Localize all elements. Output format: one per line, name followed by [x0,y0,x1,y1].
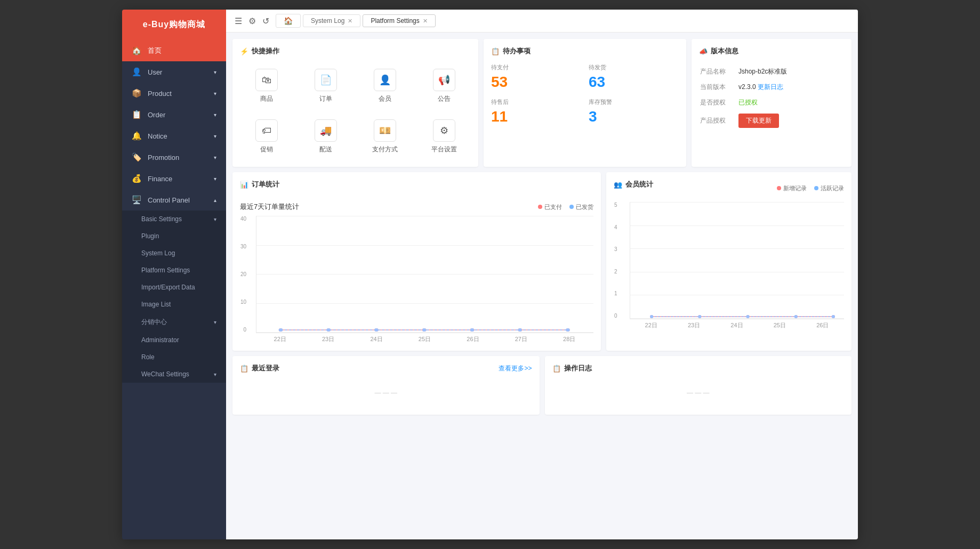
order-icon: 📋 [132,110,142,119]
sidebar-item-finance[interactable]: 💰 Finance ▾ [122,168,226,189]
subnav-import-export[interactable]: Import/Export Data [122,279,226,296]
import-export-label: Import/Export Data [141,284,195,291]
download-update-button[interactable]: 下载更新 [738,114,779,128]
quick-actions-grid: 🛍 商品 📄 订单 👤 会员 [240,63,471,159]
distribution-arrow: ▾ [214,319,216,325]
sidebar-product-label: Product [148,90,214,98]
quick-item-member[interactable]: 👤 会员 [358,63,412,109]
administrator-label: Administrator [141,336,179,344]
quick-item-promotion[interactable]: 🏷 促销 [240,114,294,159]
member-y-labels: 5 4 3 2 1 0 [614,202,617,319]
sidebar: e-Buy购物商城 🏠 首页 👤 User ▾ 📦 Product ▾ [122,10,226,539]
subnav-distribution[interactable]: 分销中心 ▾ [122,313,226,332]
paid-dot [538,205,542,209]
operation-log-title: 📋 操作日志 [552,364,592,373]
subnav-plugin[interactable]: Plugin [122,228,226,245]
pending-ship-item: 待发货 63 [589,63,679,91]
version-authorized-key: 是否授权 [700,95,737,110]
sidebar-item-promotion[interactable]: 🏷️ Promotion ▾ [122,147,226,168]
tab-bar: 🏠 System Log ✕ Platform Settings ✕ [276,14,849,28]
version-authorized-row: 是否授权 已授权 [700,95,843,110]
sidebar-item-product[interactable]: 📦 Product ▾ [122,83,226,104]
version-changelog-link[interactable]: 更新日志 [758,83,783,91]
quick-delivery-icon: 🚚 [315,119,337,142]
refresh-icon[interactable]: ↺ [262,16,269,26]
new-dot [777,186,781,190]
basic-settings-arrow: ▾ [214,216,216,222]
sidebar-user-label: User [148,68,214,76]
subnav-system-log[interactable]: System Log [122,245,226,262]
platform-settings-tab-close[interactable]: ✕ [423,18,428,25]
quick-promotion-icon: 🏷 [255,119,278,142]
subnav-image-list[interactable]: Image List [122,296,226,313]
subnav-administrator[interactable]: Administrator [122,332,226,349]
quick-actions-title: ⚡ 快捷操作 [240,46,471,56]
tab-home[interactable]: 🏠 [276,14,301,28]
pending-pay-item: 待支付 53 [491,63,581,91]
quick-item-order[interactable]: 📄 订单 [299,63,353,109]
tab-system-log[interactable]: System Log ✕ [303,14,360,27]
member-chart-container: 5 4 3 2 1 0 [614,202,844,329]
quick-item-platform[interactable]: ⚙ 平台设置 [417,114,471,159]
order-chart-card: 📊 订单统计 最近7天订单量统计 已支付 已发货 [232,172,601,351]
member-chart-svg [630,202,844,319]
quick-item-payment[interactable]: 💴 支付方式 [358,114,412,159]
settings-icon[interactable]: ⚙ [248,16,256,26]
version-current-row: 当前版本 v2.3.0 更新日志 [700,80,843,94]
subnav-platform-settings[interactable]: Platform Settings [122,262,226,279]
subnav-wechat[interactable]: WeChat Settings ▾ [122,366,226,383]
topbar: ☰ ⚙ ↺ 🏠 System Log ✕ Platform Settings ✕ [226,10,858,33]
svg-point-22 [794,315,798,318]
subnav-role[interactable]: Role [122,349,226,366]
order-chart-title: 📊 订单统计 [240,180,279,189]
sidebar-item-order[interactable]: 📋 Order ▾ [122,104,226,125]
operation-log-table-stub: — — — [552,378,845,407]
wechat-arrow: ▾ [214,372,216,377]
version-info-card: 📣 版本信息 产品名称 Jshop-b2c标准版 当前版本 v [692,39,852,167]
sidebar-order-label: Order [148,111,214,119]
order-y-labels: 40 30 20 10 0 [240,216,246,333]
pending-grid: 待支付 53 待发货 63 待售后 11 [491,63,679,125]
pending-tasks-card: 📋 待办事项 待支付 53 待发货 63 [484,39,686,167]
version-current-value: v2.3.0 [738,83,758,91]
system-log-tab-close[interactable]: ✕ [348,18,352,25]
quick-item-product[interactable]: 🛍 商品 [240,63,294,109]
subnav-basic-settings[interactable]: Basic Settings ▾ [122,211,226,228]
pending-ship-value: 63 [589,74,679,91]
recent-login-view-more[interactable]: 查看更多>> [499,364,532,373]
version-product-name-row: 产品名称 Jshop-b2c标准版 [700,64,843,79]
member-x-labels: 22日 23日 24日 25日 26日 [630,321,844,329]
image-list-label: Image List [141,301,171,308]
pending-ship-label: 待发货 [589,63,679,71]
version-product-name-key: 产品名称 [700,64,737,79]
recent-login-card: 📋 最近登录 查看更多>> — — — [232,356,540,415]
operation-log-card: 📋 操作日志 — — — [545,356,852,415]
order-chart-subtitle: 最近7天订单量统计 [240,202,299,212]
member-chart-area: 5 4 3 2 1 0 [630,202,844,319]
sidebar-item-controlpanel[interactable]: 🖥️ Control Panel ▴ [122,189,226,211]
svg-point-10 [422,328,427,332]
plugin-label: Plugin [141,232,159,240]
promotion-icon: 🏷️ [132,152,142,162]
content-area: ⚡ 快捷操作 🛍 商品 📄 订单 [226,33,858,539]
tab-platform-settings[interactable]: Platform Settings ✕ [363,14,435,27]
product-icon: 📦 [132,88,142,98]
sidebar-promotion-label: Promotion [148,154,214,162]
quick-item-delivery[interactable]: 🚚 配送 [299,114,353,159]
sidebar-item-home[interactable]: 🏠 首页 [122,40,226,61]
member-chart-legend: 新增记录 活跃记录 [777,184,844,192]
quick-item-notice[interactable]: 📢 公告 [417,63,471,109]
version-info-title: 📣 版本信息 [699,46,844,56]
distribution-label: 分销中心 [141,318,167,327]
sidebar-item-notice[interactable]: 🔔 Notice ▾ [122,125,226,147]
stock-warning-value: 3 [589,108,679,125]
recent-login-header: 📋 最近登录 查看更多>> [240,364,532,373]
basic-settings-label: Basic Settings [141,215,182,223]
user-icon: 👤 [132,67,142,77]
sidebar-item-user[interactable]: 👤 User ▾ [122,61,226,83]
pending-tasks-icon: 📋 [491,47,500,55]
user-arrow-icon: ▾ [214,69,216,75]
order-x-labels: 22日 23日 24日 25日 26日 27日 28日 [256,335,593,343]
sidebar-controlpanel-label: Control Panel [148,196,214,204]
menu-toggle-icon[interactable]: ☰ [235,16,242,26]
